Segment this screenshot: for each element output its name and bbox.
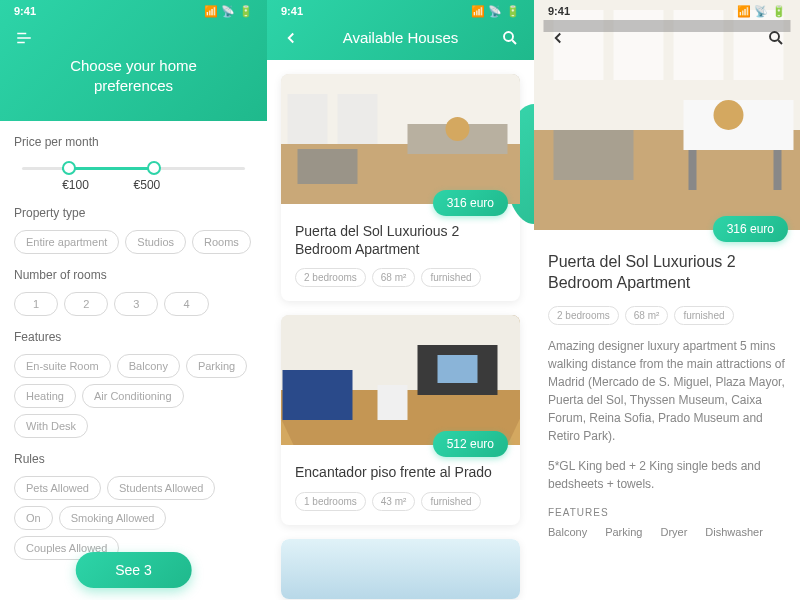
listing-chips: 1 bedrooms43 m²furnished	[295, 492, 506, 511]
slider-handle-min[interactable]	[62, 161, 76, 175]
filter-chip[interactable]: Rooms	[192, 230, 251, 254]
filter-chip[interactable]: With Desk	[14, 414, 88, 438]
svg-rect-6	[298, 149, 358, 184]
filter-chip[interactable]: Parking	[186, 354, 247, 378]
listing-title: Encantador piso frente al Prado	[295, 463, 506, 481]
filter-chip[interactable]: Studios	[125, 230, 186, 254]
search-icon[interactable]	[766, 28, 786, 48]
see-results-button[interactable]: See 3	[75, 552, 192, 588]
feature-item: Dishwasher	[705, 526, 762, 538]
price-min: €100	[62, 178, 89, 192]
info-chip: 2 bedrooms	[548, 306, 619, 325]
features-chips: En-suite RoomBalconyParkingHeatingAir Co…	[14, 354, 253, 438]
listing-title: Puerta del Sol Luxurious 2 Bedroom Apart…	[295, 222, 506, 258]
filter-chip[interactable]: 2	[64, 292, 108, 316]
listing-image	[281, 539, 520, 599]
svg-point-7	[446, 117, 470, 141]
filter-chip[interactable]: Entire apartment	[14, 230, 119, 254]
filter-chip[interactable]: 4	[164, 292, 208, 316]
info-chip: furnished	[421, 268, 480, 287]
status-time: 9:41	[281, 5, 303, 17]
slider-handle-max[interactable]	[147, 161, 161, 175]
listing-card[interactable]: 512 euro Encantador piso frente al Prado…	[281, 315, 520, 524]
filter-chip[interactable]: On	[14, 506, 53, 530]
status-time: 9:41	[14, 5, 36, 17]
svg-rect-24	[689, 150, 697, 190]
svg-rect-22	[554, 130, 634, 180]
filter-chip[interactable]: Students Allowed	[107, 476, 215, 500]
rules-chips: Pets AllowedStudents AllowedOnSmoking Al…	[14, 476, 253, 560]
page-title: Choose your home preferences	[0, 48, 267, 103]
info-chip: 43 m²	[372, 492, 416, 511]
info-chip: furnished	[674, 306, 733, 325]
listing-image: 512 euro	[281, 315, 520, 445]
detail-screen: 9:41 📶 📡 🔋 316 euro Puerta del Sol Luxur…	[534, 0, 800, 600]
svg-rect-3	[288, 94, 328, 144]
filter-chip[interactable]: Air Conditioning	[82, 384, 184, 408]
status-bar: 9:41 📶 📡 🔋	[0, 0, 267, 22]
header: 9:41 📶 📡 🔋 Choose your home preferences	[0, 0, 267, 121]
page-title: Available Houses	[343, 28, 459, 48]
feature-item: Parking	[605, 526, 642, 538]
features-row: BalconyParkingDryerDishwasher	[548, 526, 786, 538]
filter-chip[interactable]: 1	[14, 292, 58, 316]
listing-card[interactable]: 316 euro Puerta del Sol Luxurious 2 Bedr…	[281, 74, 520, 301]
price-badge: 316 euro	[433, 190, 508, 216]
detail-description-2: 5*GL King bed + 2 King single beds and b…	[548, 457, 786, 493]
search-icon[interactable]	[500, 28, 520, 48]
features-heading: FEATURES	[548, 507, 786, 518]
status-bar: 9:41 📶 📡 🔋	[267, 0, 534, 22]
info-chip: 2 bedrooms	[295, 268, 366, 287]
detail-description: Amazing designer luxury apartment 5 mins…	[548, 337, 786, 445]
back-icon[interactable]	[548, 28, 568, 48]
back-icon[interactable]	[281, 28, 301, 48]
listings-content: 316 euro Puerta del Sol Luxurious 2 Bedr…	[267, 60, 534, 600]
status-time: 9:41	[548, 5, 570, 17]
rooms-label: Number of rooms	[14, 268, 253, 282]
svg-point-0	[504, 32, 513, 41]
svg-rect-4	[338, 94, 378, 144]
preferences-screen: 9:41 📶 📡 🔋 Choose your home preferences …	[0, 0, 267, 600]
filter-chip[interactable]: Balcony	[117, 354, 180, 378]
status-icons: 📶 📡 🔋	[737, 5, 786, 18]
filter-chip[interactable]: Heating	[14, 384, 76, 408]
menu-icon[interactable]	[14, 28, 34, 48]
svg-rect-10	[283, 370, 353, 420]
header: 9:41 📶 📡 🔋 Available Houses	[267, 0, 534, 60]
price-label: Price per month	[14, 135, 253, 149]
svg-rect-25	[774, 150, 782, 190]
feature-item: Balcony	[548, 526, 587, 538]
info-chip: 68 m²	[625, 306, 669, 325]
rules-label: Rules	[14, 452, 253, 466]
filter-chip[interactable]: Pets Allowed	[14, 476, 101, 500]
listing-image: 316 euro	[281, 74, 520, 204]
price-max: €500	[134, 178, 161, 192]
info-chip: 1 bedrooms	[295, 492, 366, 511]
svg-rect-12	[438, 355, 478, 383]
status-icons: 📶 📡 🔋	[204, 5, 253, 18]
filters-content: Price per month €100 €500 Property type …	[0, 121, 267, 600]
feature-item: Dryer	[660, 526, 687, 538]
type-label: Property type	[14, 206, 253, 220]
svg-point-23	[714, 100, 744, 130]
filter-chip[interactable]: Smoking Allowed	[59, 506, 167, 530]
detail-content: 316 euro Puerta del Sol Luxurious 2 Bedr…	[534, 230, 800, 552]
filter-chip[interactable]: En-suite Room	[14, 354, 111, 378]
features-label: Features	[14, 330, 253, 344]
price-badge: 316 euro	[713, 216, 788, 242]
status-bar: 9:41 📶 📡 🔋	[534, 0, 800, 22]
hero-image: 9:41 📶 📡 🔋	[534, 0, 800, 230]
info-chip: furnished	[421, 492, 480, 511]
detail-title: Puerta del Sol Luxurious 2 Bedroom Apart…	[548, 252, 786, 294]
listings-screen: 9:41 📶 📡 🔋 Available Houses 316 euro Pue…	[267, 0, 534, 600]
filter-chip[interactable]: 3	[114, 292, 158, 316]
listing-card[interactable]	[281, 539, 520, 599]
detail-chips: 2 bedrooms68 m²furnished	[548, 306, 786, 325]
listing-chips: 2 bedrooms68 m²furnished	[295, 268, 506, 287]
svg-point-26	[770, 32, 779, 41]
rooms-chips: 1234	[14, 292, 253, 316]
price-badge: 512 euro	[433, 431, 508, 457]
price-slider[interactable]	[22, 167, 245, 170]
svg-rect-13	[378, 385, 408, 420]
type-chips: Entire apartmentStudiosRooms	[14, 230, 253, 254]
